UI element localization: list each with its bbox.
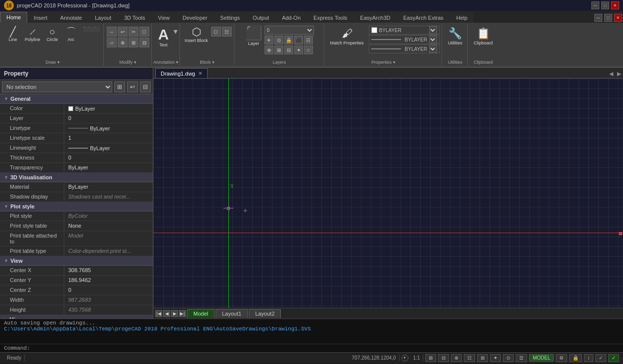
status-btn-3[interactable]: ⊕ (451, 354, 462, 362)
layer-tool-5[interactable]: ☷ (304, 36, 313, 44)
prop-transparency-value[interactable]: ByLayer (64, 163, 153, 172)
layout-nav-last[interactable]: ▶| (179, 310, 186, 317)
layer-tool-10[interactable]: ☆ (304, 45, 313, 54)
layout-tab-layout2[interactable]: Layout2 (249, 309, 281, 318)
section-general[interactable]: ▼ General (0, 94, 153, 104)
annotation-dropdown[interactable]: ▾ (174, 26, 178, 36)
ribbon-close-btn[interactable]: ✕ (614, 14, 622, 22)
status-gear[interactable]: ⚙ (556, 354, 567, 362)
tab-nav-left[interactable]: ◀ (607, 70, 615, 78)
layer-tool-9[interactable]: ✦ (294, 45, 303, 54)
modify-btn-7[interactable]: ⊞ (129, 38, 138, 47)
layer-tool-6[interactable]: ⊕ (265, 45, 273, 54)
layout-tab-model[interactable]: Model (187, 309, 215, 318)
clipboard-btn[interactable]: 📋 Clipboard (471, 26, 496, 47)
match-properties-btn[interactable]: 🖌 Match Properties (327, 26, 367, 47)
line-btn[interactable]: ╱ Line (4, 26, 22, 43)
polyline-btn[interactable]: ⟋ Polyline (23, 26, 43, 43)
app-restore-btn[interactable]: □ (601, 1, 609, 9)
canvas-area[interactable]: Y + (153, 79, 623, 308)
block-btn-2[interactable]: ☷ (222, 27, 232, 37)
selection-dropdown[interactable]: No selection (2, 81, 112, 92)
layer-dropdown[interactable]: 0 (265, 26, 314, 35)
prop-width-value[interactable]: 987.2683 (64, 295, 153, 305)
lineweight-bylayer-row[interactable]: BYLAYER (369, 44, 440, 53)
modify-btn-2[interactable]: ↩ (118, 27, 128, 37)
section-3dvis[interactable]: ▼ 3D Visualisation (0, 173, 153, 182)
app-minimize-btn[interactable]: ─ (591, 1, 599, 9)
tab-express[interactable]: Express Tools (307, 12, 354, 23)
tab-layout[interactable]: Layout (89, 12, 118, 23)
layer-tool-3[interactable]: 🔒 (284, 36, 293, 44)
lineweight-dropdown[interactable] (429, 45, 437, 53)
tab-addon[interactable]: Add-On (275, 12, 307, 23)
prop-center-z-value[interactable]: 0 (64, 285, 153, 295)
status-btn-1[interactable]: ⊞ (425, 354, 436, 362)
status-btn-2[interactable]: ⊟ (438, 354, 449, 362)
ribbon-restore-btn[interactable]: □ (604, 14, 612, 22)
utilities-btn[interactable]: 🔧 Utilities (445, 26, 465, 47)
prop-lineweight-value[interactable]: ByLayer (64, 143, 153, 153)
prop-print-table-type-value[interactable]: Color-dependent print st... (64, 246, 153, 256)
section-misc[interactable]: ▶ Misc (0, 315, 153, 319)
layout-nav-prev[interactable]: ◀ (163, 310, 170, 317)
tab-nav-right[interactable]: ▶ (615, 70, 623, 78)
prop-print-table-attached-value[interactable]: Model (64, 231, 153, 246)
tab-settings[interactable]: Settings (214, 12, 246, 23)
section-view[interactable]: ▼ View (0, 256, 153, 266)
drawing-tab-main[interactable]: Drawing1.dwg ✕ (155, 68, 208, 78)
tab-annotate[interactable]: Annotate (54, 12, 89, 23)
status-lock[interactable]: 🔒 (569, 354, 582, 362)
tab-help[interactable]: Help (450, 12, 474, 23)
modify-btn-4[interactable]: ⬡ (139, 27, 149, 37)
status-btn-7[interactable]: ⊙ (503, 354, 514, 362)
prop-layer-value[interactable]: 0 (64, 114, 153, 123)
status-btn-8[interactable]: ☰ (516, 354, 527, 362)
color-bylayer-row[interactable]: BYLAYER (369, 26, 440, 35)
circle-btn[interactable]: ○ Circle (44, 26, 61, 43)
layer-tool-4[interactable]: ⬛ (294, 36, 303, 44)
prop-tool-btn-2[interactable]: ↩ (127, 81, 138, 92)
status-check[interactable]: ✓ (608, 354, 619, 362)
drawing-tab-close[interactable]: ✕ (198, 71, 202, 76)
linetype-bylayer-row[interactable]: BYLAYER (369, 35, 440, 44)
ribbon-minimize-btn[interactable]: ─ (594, 14, 602, 22)
prop-linetype-value[interactable]: ByLayer (64, 123, 153, 133)
modify-btn-3[interactable]: ✂ (129, 27, 138, 37)
prop-print-style-table-value[interactable]: None (64, 221, 153, 231)
layer-tool-7[interactable]: ⊞ (274, 45, 283, 54)
tab-3dtools[interactable]: 3D Tools (118, 12, 152, 23)
layer-large-btn[interactable]: ⬛ Layer (245, 26, 263, 46)
app-close-btn[interactable]: ✕ (611, 1, 619, 9)
block-btn-1[interactable]: ⬡ (211, 27, 221, 37)
layer-tool-8[interactable]: ⊟ (284, 45, 293, 54)
prop-tool-btn-3[interactable]: ⊟ (140, 81, 151, 92)
prop-plotstyle-value[interactable]: ByColor (64, 211, 153, 221)
status-btn-5[interactable]: ⊞ (477, 354, 488, 362)
tab-easyarchextras[interactable]: EasyArch Extras (397, 12, 449, 23)
section-plotstyle[interactable]: ▼ Plot style (0, 202, 153, 211)
modify-btn-8[interactable]: ⊟ (139, 38, 149, 47)
draw-more-btn[interactable]: ⬛⬛⬛ (81, 26, 101, 33)
arc-btn[interactable]: ⌒ Arc (62, 26, 80, 43)
prop-shadow-value[interactable]: Shadows cast and recei... (64, 192, 153, 202)
status-btn-6[interactable]: ✦ (490, 354, 501, 362)
prop-color-value[interactable]: ByLayer (64, 104, 153, 113)
tab-view[interactable]: View (152, 12, 177, 23)
prop-linetype-scale-value[interactable]: 1 (64, 133, 153, 143)
insert-block-btn[interactable]: ⬡ Insert Block (183, 26, 210, 44)
prop-tool-btn-1[interactable]: ⊞ (114, 81, 125, 92)
tab-insert[interactable]: Insert (27, 12, 54, 23)
modify-btn-6[interactable]: ⊕ (118, 38, 128, 47)
prop-height-value[interactable]: 430.7568 (64, 305, 153, 315)
modify-btn-5[interactable]: ▱ (107, 38, 117, 47)
layer-tool-2[interactable]: ⊙ (274, 36, 283, 44)
prop-thickness-value[interactable]: 0 (64, 153, 153, 162)
modify-btn-1[interactable]: ↔ (107, 27, 117, 37)
command-input[interactable] (30, 345, 619, 351)
prop-center-x-value[interactable]: 308.7685 (64, 266, 153, 275)
status-btn-4[interactable]: ☷ (464, 354, 475, 362)
layer-tool-1[interactable]: ☀ (265, 36, 273, 44)
prop-material-value[interactable]: ByLayer (64, 182, 153, 192)
tab-developer[interactable]: Developer (176, 12, 214, 23)
